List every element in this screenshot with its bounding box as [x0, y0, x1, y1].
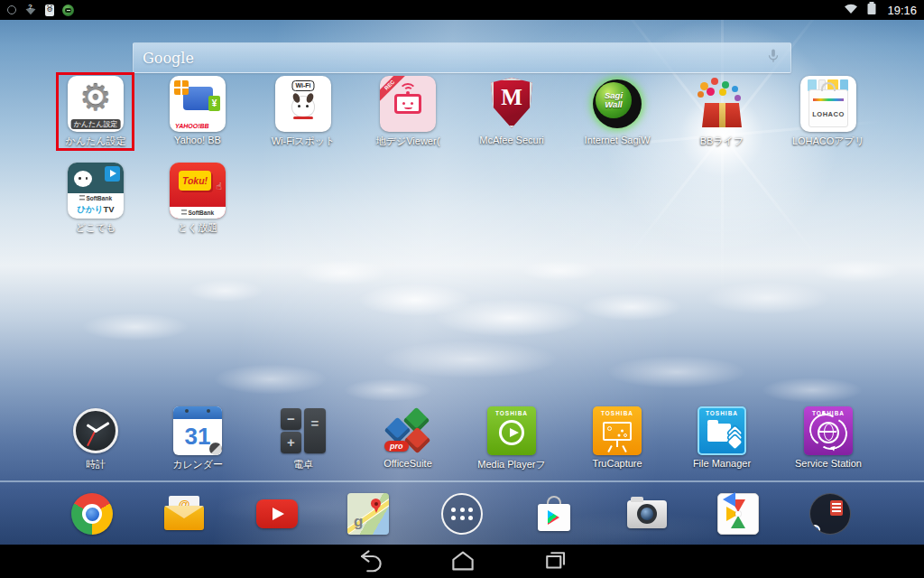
- equals-key: =: [304, 408, 326, 453]
- app-drawer-icon: [441, 493, 483, 535]
- kantan-settei-icon: ⚙ かんたん設定: [68, 76, 124, 132]
- clock-icon: [71, 406, 120, 455]
- dock-app-youtube[interactable]: [256, 493, 298, 535]
- app-label: File Manager: [681, 458, 762, 469]
- toku-card: Toku!: [179, 171, 211, 191]
- dock-app-play-store[interactable]: [533, 493, 575, 535]
- yen-tag: ¥: [208, 96, 220, 111]
- app-label: Service Station: [788, 458, 869, 469]
- android-home-screen: ? ⚙ 19:16 Google ⚙ かんたん設定 かんたん設定: [0, 0, 924, 578]
- sagiwall-icon: Sagi Wall: [589, 76, 645, 132]
- app-calendar[interactable]: 31 カレンダー: [157, 406, 238, 471]
- folder-app-thumbnail: [830, 500, 843, 516]
- back-button[interactable]: [357, 547, 384, 574]
- sun-glare: [0, 0, 924, 578]
- app-calculator[interactable]: − = + 電卓: [263, 406, 344, 471]
- hikari-tv-wordmark: ひかりTV: [68, 204, 124, 216]
- system-status-icons[interactable]: 19:16: [844, 1, 917, 19]
- app-service-station[interactable]: TOSHIBA Service Station: [788, 406, 869, 469]
- question-glyph: ?: [28, 3, 32, 11]
- app-clock[interactable]: 時計: [55, 406, 136, 471]
- app-label: LOHACOアプリ: [788, 135, 869, 148]
- toshiba-wordmark: TOSHIBA: [593, 410, 642, 416]
- app-chideji-viewer[interactable]: REC 地デジViewer(: [367, 76, 448, 148]
- calendar-header: [173, 406, 222, 419]
- toshiba-wordmark: TOSHIBA: [487, 410, 536, 416]
- sagiwall-wordmark: Sagi Wall: [596, 82, 632, 118]
- google-logo: Google: [143, 50, 194, 67]
- app-trucapture[interactable]: TOSHIBA TruCapture: [577, 406, 658, 469]
- lohaco-icon: LOHACO: [800, 76, 856, 132]
- tokuhodai-icon: Toku! ☝ SoftBank: [170, 163, 226, 219]
- maps-g-glyph: g: [354, 513, 363, 531]
- app-label: 時計: [55, 458, 136, 471]
- mic-icon[interactable]: [765, 47, 781, 69]
- app-wifi-spot[interactable]: Wi-Fi Wi-Fiスポット: [263, 76, 344, 148]
- calculator-icon: − = +: [279, 406, 328, 455]
- chideji-viewer-icon: REC: [380, 76, 436, 132]
- wifi-question-icon: ?: [24, 5, 37, 15]
- loading-circle-icon: [7, 5, 16, 14]
- app-tokuhodai[interactable]: Toku! ☝ SoftBank とく放題: [157, 163, 238, 235]
- app-label: カレンダー: [157, 458, 238, 471]
- icon-badge-text: かんたん設定: [71, 119, 121, 129]
- dock-app-chrome[interactable]: [71, 493, 113, 535]
- app-mcafee-security[interactable]: M McAfee Securi: [471, 76, 552, 145]
- dokodemo-icon: SoftBank ひかりTV: [68, 163, 124, 219]
- app-label: Internet SagiW: [577, 135, 658, 145]
- dock-app-maps[interactable]: g: [347, 493, 389, 535]
- app-lohaco[interactable]: LOHACO LOHACOアプリ: [788, 76, 869, 148]
- home-button[interactable]: [449, 547, 476, 574]
- maps-icon: g: [347, 493, 389, 535]
- app-label: OfficeSuite: [367, 458, 448, 469]
- app-yahoo-bb[interactable]: ¥ YAHOO!BB Yahoo! BB: [157, 76, 238, 145]
- app-dokodemo[interactable]: SoftBank ひかりTV どこでも: [55, 163, 136, 235]
- lohaco-wordmark: LOHACO: [809, 110, 847, 118]
- officesuite-icon: pro: [383, 406, 432, 455]
- app-kantan-settei[interactable]: ⚙ かんたん設定 かんたん設定: [55, 76, 136, 148]
- service-station-icon: TOSHIBA: [804, 406, 853, 455]
- file-manager-icon: TOSHIBA: [698, 406, 746, 455]
- play-button: [105, 166, 120, 182]
- green-app-notification-icon: [62, 5, 74, 16]
- clock-time: 19:16: [887, 4, 917, 17]
- notification-icons[interactable]: ? ⚙: [7, 5, 74, 16]
- dock-app-camera[interactable]: [626, 493, 668, 535]
- app-file-manager[interactable]: TOSHIBA File Manager: [681, 406, 762, 469]
- camera-hump: [631, 497, 643, 502]
- mcafee-monogram: M: [484, 85, 540, 110]
- play-circle-icon: [499, 420, 524, 445]
- wifi-spot-icon: Wi-Fi: [275, 76, 331, 132]
- dock-app-drawer[interactable]: [441, 493, 483, 535]
- clock-face: [73, 408, 118, 453]
- yahoo-bb-icon: ¥ YAHOO!BB: [170, 76, 226, 132]
- app-bb-life[interactable]: BBライフ: [681, 76, 762, 148]
- app-label: とく放題: [157, 221, 238, 235]
- app-label: Media Playerフ: [471, 458, 552, 471]
- softbank-wordmark: SoftBank: [170, 207, 226, 219]
- app-label: 地デジViewer(: [367, 135, 448, 148]
- app-media-player[interactable]: TOSHIBA Media Playerフ: [471, 406, 552, 471]
- gift-ribbon: [719, 103, 725, 127]
- google-search-bar[interactable]: Google: [133, 42, 791, 73]
- app-label: Wi-Fiスポット: [263, 135, 344, 148]
- youtube-icon: [256, 499, 298, 528]
- minus-key: −: [281, 408, 301, 430]
- app-officesuite[interactable]: pro OfficeSuite: [367, 406, 448, 469]
- hand-pointer-icon: ☝: [216, 181, 222, 192]
- recents-button[interactable]: [541, 547, 568, 574]
- gear-icon: ⚙: [68, 74, 124, 121]
- bb-life-icon: [694, 76, 750, 132]
- dock-app-gallery[interactable]: [717, 493, 759, 535]
- calendar-icon: 31: [173, 406, 222, 455]
- globe-icon: [818, 422, 839, 443]
- app-label: どこでも: [55, 221, 136, 235]
- envelope-icon: [164, 506, 204, 530]
- camera-lens: [637, 504, 657, 524]
- wifi-bubble-text: Wi-Fi: [291, 80, 314, 91]
- app-internet-sagiwall[interactable]: Sagi Wall Internet SagiW: [577, 76, 658, 145]
- app-label: TruCapture: [577, 458, 658, 469]
- dock-app-browser-folder[interactable]: [809, 493, 851, 535]
- dock-app-email[interactable]: @: [163, 493, 205, 535]
- plus-key: +: [281, 432, 301, 453]
